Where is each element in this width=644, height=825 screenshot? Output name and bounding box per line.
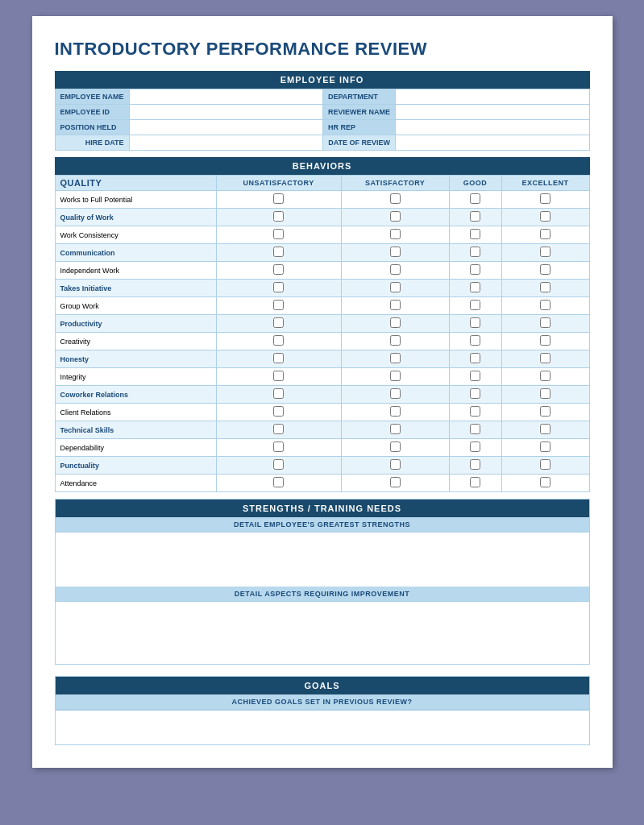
excellent-checkbox[interactable]: [540, 193, 551, 204]
good-checkbox[interactable]: [470, 300, 480, 310]
satisfactory-cell[interactable]: [341, 297, 449, 315]
unsatisfactory-checkbox[interactable]: [273, 282, 284, 292]
satisfactory-cell[interactable]: [341, 333, 449, 350]
satisfactory-checkbox[interactable]: [390, 406, 401, 417]
good-checkbox[interactable]: [470, 211, 480, 222]
good-cell[interactable]: [449, 439, 501, 457]
excellent-cell[interactable]: [501, 209, 589, 226]
unsatisfactory-cell[interactable]: [216, 457, 341, 475]
position-held-input[interactable]: [135, 123, 318, 131]
unsatisfactory-checkbox[interactable]: [273, 317, 284, 328]
excellent-checkbox[interactable]: [540, 247, 551, 257]
satisfactory-cell[interactable]: [341, 280, 449, 297]
unsatisfactory-cell[interactable]: [216, 386, 341, 404]
unsatisfactory-checkbox[interactable]: [273, 353, 284, 363]
unsatisfactory-checkbox[interactable]: [273, 211, 284, 222]
excellent-cell[interactable]: [501, 404, 589, 421]
excellent-checkbox[interactable]: [540, 282, 551, 292]
excellent-checkbox[interactable]: [540, 335, 551, 346]
unsatisfactory-cell[interactable]: [216, 475, 341, 492]
satisfactory-checkbox[interactable]: [390, 300, 401, 310]
unsatisfactory-checkbox[interactable]: [273, 264, 284, 275]
satisfactory-cell[interactable]: [341, 315, 449, 333]
satisfactory-checkbox[interactable]: [390, 388, 401, 399]
review-date-value[interactable]: [396, 135, 589, 151]
satisfactory-cell[interactable]: [341, 244, 449, 262]
good-checkbox[interactable]: [470, 193, 480, 204]
good-cell[interactable]: [449, 191, 501, 209]
good-cell[interactable]: [449, 262, 501, 280]
unsatisfactory-checkbox[interactable]: [273, 459, 284, 470]
department-value[interactable]: [396, 89, 589, 105]
excellent-cell[interactable]: [501, 226, 589, 244]
employee-name-input[interactable]: [135, 93, 318, 101]
unsatisfactory-cell[interactable]: [216, 191, 341, 209]
excellent-checkbox[interactable]: [540, 264, 551, 275]
good-checkbox[interactable]: [470, 388, 480, 399]
employee-id-input[interactable]: [135, 108, 318, 116]
satisfactory-checkbox[interactable]: [390, 442, 401, 452]
position-held-value[interactable]: [129, 120, 322, 135]
satisfactory-cell[interactable]: [341, 439, 449, 457]
unsatisfactory-cell[interactable]: [216, 350, 341, 368]
satisfactory-checkbox[interactable]: [390, 193, 401, 204]
excellent-cell[interactable]: [501, 333, 589, 350]
good-checkbox[interactable]: [470, 282, 480, 292]
strengths-text-area[interactable]: [56, 533, 589, 587]
good-cell[interactable]: [449, 315, 501, 333]
good-checkbox[interactable]: [470, 424, 480, 434]
excellent-checkbox[interactable]: [540, 371, 551, 381]
excellent-checkbox[interactable]: [540, 211, 551, 222]
excellent-cell[interactable]: [501, 315, 589, 333]
excellent-cell[interactable]: [501, 297, 589, 315]
good-checkbox[interactable]: [470, 317, 480, 328]
satisfactory-checkbox[interactable]: [390, 247, 401, 257]
good-checkbox[interactable]: [470, 353, 480, 363]
unsatisfactory-checkbox[interactable]: [273, 406, 284, 417]
unsatisfactory-cell[interactable]: [216, 262, 341, 280]
review-date-input[interactable]: [401, 139, 584, 147]
excellent-checkbox[interactable]: [540, 424, 551, 434]
unsatisfactory-checkbox[interactable]: [273, 388, 284, 399]
unsatisfactory-checkbox[interactable]: [273, 477, 284, 487]
excellent-cell[interactable]: [501, 262, 589, 280]
excellent-cell[interactable]: [501, 421, 589, 439]
excellent-checkbox[interactable]: [540, 353, 551, 363]
unsatisfactory-checkbox[interactable]: [273, 193, 284, 204]
unsatisfactory-cell[interactable]: [216, 297, 341, 315]
excellent-cell[interactable]: [501, 475, 589, 492]
excellent-cell[interactable]: [501, 350, 589, 368]
unsatisfactory-cell[interactable]: [216, 244, 341, 262]
unsatisfactory-cell[interactable]: [216, 368, 341, 386]
good-cell[interactable]: [449, 475, 501, 492]
department-input[interactable]: [401, 93, 584, 101]
satisfactory-cell[interactable]: [341, 209, 449, 226]
satisfactory-checkbox[interactable]: [390, 459, 401, 470]
good-checkbox[interactable]: [470, 335, 480, 346]
strengths-textarea[interactable]: [59, 536, 586, 580]
employee-id-value[interactable]: [129, 105, 322, 120]
excellent-checkbox[interactable]: [540, 388, 551, 399]
employee-name-value[interactable]: [129, 89, 322, 105]
satisfactory-cell[interactable]: [341, 404, 449, 421]
good-checkbox[interactable]: [470, 477, 480, 487]
good-checkbox[interactable]: [470, 247, 480, 257]
unsatisfactory-cell[interactable]: [216, 333, 341, 350]
unsatisfactory-cell[interactable]: [216, 439, 341, 457]
good-checkbox[interactable]: [470, 229, 480, 239]
excellent-cell[interactable]: [501, 244, 589, 262]
unsatisfactory-cell[interactable]: [216, 280, 341, 297]
satisfactory-cell[interactable]: [341, 350, 449, 368]
satisfactory-checkbox[interactable]: [390, 211, 401, 222]
good-checkbox[interactable]: [470, 406, 480, 417]
satisfactory-cell[interactable]: [341, 368, 449, 386]
excellent-checkbox[interactable]: [540, 459, 551, 470]
satisfactory-cell[interactable]: [341, 475, 449, 492]
unsatisfactory-cell[interactable]: [216, 226, 341, 244]
good-checkbox[interactable]: [470, 442, 480, 452]
excellent-checkbox[interactable]: [540, 229, 551, 239]
excellent-checkbox[interactable]: [540, 317, 551, 328]
satisfactory-checkbox[interactable]: [390, 335, 401, 346]
satisfactory-cell[interactable]: [341, 191, 449, 209]
unsatisfactory-checkbox[interactable]: [273, 371, 284, 381]
